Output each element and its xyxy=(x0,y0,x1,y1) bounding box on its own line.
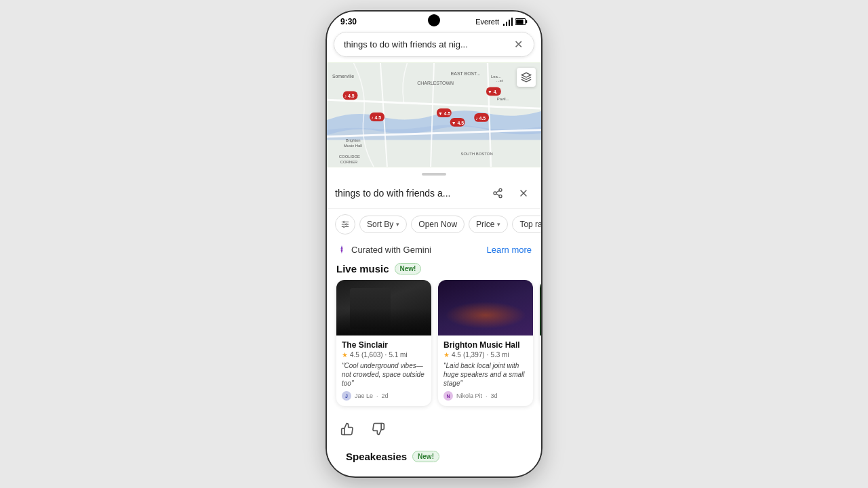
sinclair-star: ★ xyxy=(342,351,348,359)
sinclair-reviewer-time: 2d xyxy=(382,392,389,399)
brighton-rating-value: 4.5 xyxy=(452,351,461,359)
svg-text:Somerville: Somerville xyxy=(332,74,354,79)
svg-point-48 xyxy=(346,224,347,225)
svg-point-37 xyxy=(499,188,502,191)
price-label: Price xyxy=(476,220,494,229)
sinclair-rating: ★ 4.5 (1,603) · 5.1 mi xyxy=(342,351,426,359)
brighton-review-count: (1,397) xyxy=(463,351,485,359)
svg-text:...xt: ...xt xyxy=(496,79,503,83)
open-now-filter[interactable]: Open Now xyxy=(411,216,465,233)
brighton-star: ★ xyxy=(443,351,450,359)
sinclair-rating-value: 4.5 xyxy=(350,351,359,359)
place-card-brighton[interactable]: Brighton Music Hall ★ 4.5 (1,397) · 5.3 … xyxy=(438,280,533,406)
top-search-close-button[interactable]: ✕ xyxy=(513,38,524,51)
gemini-bar: Curated with Gemini Learn more xyxy=(327,240,541,260)
svg-text:▼ 4.5: ▼ 4.5 xyxy=(438,111,451,116)
place-card-club[interactable]: Club Pa... ★ 4.7 xyxy=(540,280,541,406)
brighton-distance: 5.3 mi xyxy=(490,351,509,359)
svg-text:EAST BOST...: EAST BOST... xyxy=(451,71,481,76)
place-cards-row: The Sinclair ★ 4.5 (1,603) · 5.1 mi "Coo… xyxy=(327,280,541,414)
svg-point-38 xyxy=(494,192,496,195)
status-right: Everett xyxy=(475,18,528,26)
battery-icon xyxy=(515,18,528,26)
layers-icon xyxy=(521,72,532,83)
svg-text:Brighton: Brighton xyxy=(346,138,361,142)
speakeasies-new-badge: New! xyxy=(412,451,439,462)
brighton-reviewer-avatar: N xyxy=(443,391,453,401)
bottom-panel: things to do with friends a... xyxy=(327,167,541,470)
phone-frame: 9:30 Everett things to do with friends a… xyxy=(326,10,542,478)
top-rated-label: Top rated xyxy=(519,220,541,229)
speakeasies-section: Speakeasies New! xyxy=(327,445,541,470)
time-display: 9:30 xyxy=(340,17,357,26)
svg-text:Pavil...: Pavil... xyxy=(497,97,509,101)
brighton-quote: "Laid back local joint with huge speaker… xyxy=(443,361,528,388)
share-icon xyxy=(492,188,503,199)
svg-marker-1 xyxy=(509,20,510,26)
filter-icon xyxy=(340,220,350,229)
brighton-distance-dot: · xyxy=(487,351,489,359)
thumbs-up-button[interactable] xyxy=(336,418,358,440)
svg-point-39 xyxy=(499,195,502,198)
sinclair-distance-dot: · xyxy=(385,351,387,359)
sinclair-content: The Sinclair ★ 4.5 (1,603) · 5.1 mi "Coo… xyxy=(336,336,431,406)
thumbs-down-button[interactable] xyxy=(368,418,389,440)
brighton-image xyxy=(438,280,533,336)
close-button[interactable] xyxy=(514,184,533,203)
bottom-search-actions xyxy=(488,184,533,203)
sort-by-chevron: ▾ xyxy=(396,221,399,228)
signal-icon xyxy=(502,18,513,26)
layers-button[interactable] xyxy=(517,68,536,87)
close-icon xyxy=(518,188,529,199)
thumbs-down-icon xyxy=(372,422,385,436)
sort-by-filter[interactable]: Sort By ▾ xyxy=(359,216,407,233)
brighton-reviewer-sep: · xyxy=(486,392,488,399)
svg-text:SOUTH BOSTON: SOUTH BOSTON xyxy=(461,152,493,156)
camera-notch xyxy=(428,14,440,26)
map-area[interactable]: Somerville EAST BOST... CHARLESTOWN Brig… xyxy=(327,62,541,167)
sinclair-image xyxy=(336,280,431,336)
live-music-title: Live music xyxy=(336,263,389,274)
status-bar: 9:30 Everett xyxy=(327,12,541,29)
sinclair-quote: "Cool underground vibes—not crowded, spa… xyxy=(342,361,426,388)
top-search-bar[interactable]: things to do with friends at nig... ✕ xyxy=(334,32,534,57)
top-rated-filter[interactable]: Top rated xyxy=(512,216,541,233)
brighton-reviewer-time: 3d xyxy=(491,392,498,399)
sinclair-distance: 5.1 mi xyxy=(389,351,407,359)
sort-by-label: Sort By xyxy=(367,220,393,229)
drag-handle[interactable] xyxy=(422,173,446,176)
svg-point-47 xyxy=(343,221,344,222)
brighton-reviewer: N Nikola Pit · 3d xyxy=(443,391,528,401)
svg-text:Music Hall: Music Hall xyxy=(344,144,362,148)
learn-more-link[interactable]: Learn more xyxy=(487,245,532,255)
open-now-label: Open Now xyxy=(418,220,457,229)
club-content: Club Pa... ★ 4.7 xyxy=(540,336,541,376)
share-button[interactable] xyxy=(488,184,507,203)
sinclair-reviewer-name: Jae Le xyxy=(355,392,373,399)
svg-rect-6 xyxy=(516,20,524,24)
svg-marker-2 xyxy=(506,22,507,26)
thumbs-up-icon xyxy=(340,422,354,436)
map-svg: Somerville EAST BOST... CHARLESTOWN Brig… xyxy=(327,62,541,167)
brighton-rating: ★ 4.5 (1,397) · 5.3 mi xyxy=(443,351,528,359)
svg-text:♪ 4.5: ♪ 4.5 xyxy=(344,94,355,98)
svg-text:▼ 4.: ▼ 4. xyxy=(488,89,498,94)
sinclair-name: The Sinclair xyxy=(342,340,426,350)
top-search-text: things to do with friends at nig... xyxy=(344,39,513,49)
sinclair-reviewer-sep: · xyxy=(376,392,378,399)
city-label: Everett xyxy=(475,18,499,26)
price-filter[interactable]: Price ▾ xyxy=(469,216,508,233)
svg-text:CORNER: CORNER xyxy=(340,160,358,164)
gemini-text: Curated with Gemini xyxy=(351,245,431,255)
svg-marker-0 xyxy=(511,18,513,26)
gemini-info: Curated with Gemini xyxy=(336,244,431,255)
svg-line-40 xyxy=(496,194,500,196)
bottom-search-bar: things to do with friends a... xyxy=(327,180,541,209)
svg-text:Lea...: Lea... xyxy=(491,75,501,79)
brighton-name: Brighton Music Hall xyxy=(443,340,528,350)
filter-options-button[interactable] xyxy=(335,214,355,235)
svg-marker-3 xyxy=(503,24,505,26)
place-card-sinclair[interactable]: The Sinclair ★ 4.5 (1,603) · 5.1 mi "Coo… xyxy=(336,280,431,406)
svg-text:♪ 4.5: ♪ 4.5 xyxy=(371,115,381,120)
svg-rect-5 xyxy=(526,20,527,24)
